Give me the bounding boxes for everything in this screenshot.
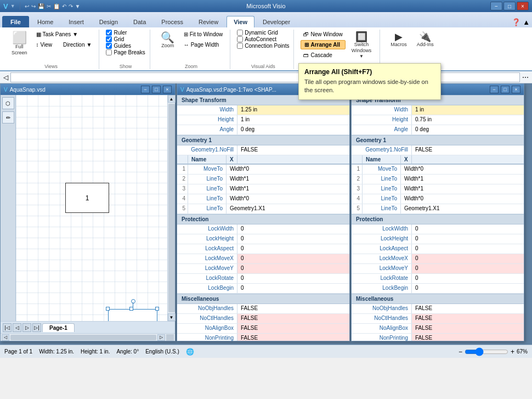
tab-nav-first[interactable]: |◁ (3, 323, 12, 332)
ss-left-width-value[interactable]: 1.25 in (237, 105, 349, 115)
taskpanes-button[interactable]: ▦ Task Panes ▼ (33, 30, 95, 39)
tab-process[interactable]: Process (154, 16, 190, 27)
scroll-down-button[interactable]: ▼ (168, 313, 176, 321)
pagebreaks-checkbox[interactable] (106, 49, 112, 55)
formula-input[interactable] (10, 72, 520, 82)
ss-right-nofill-value[interactable]: FALSE (412, 145, 524, 155)
handle-tl[interactable] (106, 307, 110, 311)
tab-insert[interactable]: Insert (61, 16, 91, 27)
tab-data[interactable]: Data (126, 16, 153, 27)
ss-left-x-3[interactable]: Width*1 (227, 184, 349, 194)
ss-right-maximize[interactable]: □ (501, 86, 510, 93)
scroll-thumb-v[interactable] (168, 104, 175, 312)
maximize-button[interactable]: □ (503, 2, 516, 10)
main-window-close[interactable]: × (163, 86, 172, 93)
ss-right-x-5[interactable]: Geometry1.X1 (401, 204, 524, 213)
ss-left-lockaspect-value[interactable]: 0 (237, 244, 349, 254)
shape-2[interactable]: 2 (108, 309, 157, 321)
ss-left-lockwidth-value[interactable]: 0 (237, 224, 349, 234)
formula-expand[interactable]: ⋯ (522, 74, 529, 81)
ss-left-x-4[interactable]: Width*0 (227, 194, 349, 204)
macros-button[interactable]: ▶ Macros (387, 30, 411, 49)
guides-checkbox[interactable] (106, 43, 112, 49)
tab-review[interactable]: Review (191, 16, 225, 27)
tab-nav-next[interactable]: ▷ (22, 323, 31, 332)
arrangeall-button[interactable]: ⊞ Arrange All (301, 40, 345, 49)
main-window-minimize[interactable]: − (141, 86, 150, 93)
ss-left-lockbegin-value[interactable]: 0 (237, 284, 349, 293)
drawing-tools-button[interactable]: ✏ (2, 111, 14, 123)
ss-left-noobjhandles-value[interactable]: FALSE (237, 304, 349, 313)
cascade-button[interactable]: 🗃 Cascade (301, 50, 345, 60)
ss-left-x-1[interactable]: Width*0 (227, 165, 349, 174)
fullscreen-button[interactable]: ⬜ FullScreen (8, 30, 31, 58)
drawing-canvas[interactable]: 1 2 (16, 95, 167, 321)
shape-1[interactable]: 1 (65, 183, 109, 213)
close-button[interactable]: × (517, 2, 529, 10)
ss-left-noalignbox-value[interactable]: FALSE (237, 324, 349, 333)
pagewidth-button[interactable]: ↔ Page Width (181, 40, 226, 49)
ss-right-x-1[interactable]: Width*0 (401, 165, 524, 174)
ss-right-lockaspect-value[interactable]: 0 (412, 244, 524, 254)
ss-right-lockwidth-value[interactable]: 0 (412, 224, 524, 234)
dynamicgrid-checkbox[interactable] (237, 30, 243, 36)
ss-left-noctlhandles-value[interactable]: FALSE (237, 314, 349, 323)
page-tab-1[interactable]: Page-1 (42, 323, 75, 332)
ss-left-height-value[interactable]: 1 in (237, 115, 349, 125)
ss-right-noobjhandles-value[interactable]: FALSE (412, 304, 524, 313)
ss-right-width-value[interactable]: 1 in (412, 105, 524, 115)
ss-right-x-4[interactable]: Width*0 (401, 194, 524, 204)
tab-design[interactable]: Design (92, 16, 125, 27)
ss-right-lockrotate-value[interactable]: 0 (412, 274, 524, 283)
rotation-handle[interactable] (131, 299, 135, 304)
zoom-in-button[interactable]: + (511, 348, 514, 356)
zoom-button[interactable]: 🔍 Zoom (157, 30, 179, 50)
addins-button[interactable]: 🔌 Add-Ins (413, 30, 438, 49)
ss-left-lockrotate-value[interactable]: 0 (237, 274, 349, 283)
shapes-panel-button[interactable]: ⬡ (2, 97, 14, 109)
ss-right-lockheight-value[interactable]: 0 (412, 234, 524, 244)
ruler-checkbox[interactable] (106, 30, 112, 36)
scroll-thumb-h[interactable] (10, 335, 156, 340)
ss-right-noctlhandles-value[interactable]: FALSE (412, 314, 524, 323)
ss-right-lockbegin-value[interactable]: 0 (412, 284, 524, 293)
newwindow-button[interactable]: 🗗 New Window (301, 30, 345, 39)
switchwindows-button[interactable]: 🔲 SwitchWindows ▼ (348, 30, 376, 61)
horizontal-scrollbar[interactable]: ◁ ▷ (1, 333, 175, 341)
ss-left-lockmovex-value[interactable]: 0 (237, 254, 349, 263)
tab-file[interactable]: File (2, 16, 29, 27)
vertical-scrollbar[interactable]: ▲ ▼ (167, 95, 175, 321)
ss-right-angle-value[interactable]: 0 deg (412, 125, 524, 134)
ss-right-lockmovex-value[interactable]: 0 (412, 254, 524, 263)
connectionpoints-checkbox[interactable] (237, 43, 243, 49)
ss-right-nonprinting-value[interactable]: FALSE (412, 334, 524, 341)
tab-home[interactable]: Home (30, 16, 60, 27)
viewdirection-button[interactable]: ↕ View Direction ▼ (33, 40, 95, 49)
ss-right-minimize[interactable]: − (490, 86, 499, 93)
nav-back[interactable]: ◁ (3, 74, 8, 81)
minimize-button[interactable]: − (490, 2, 502, 10)
ss-right-x-3[interactable]: Width*1 (401, 184, 524, 194)
ss-left-x-5[interactable]: Geometry1.X1 (227, 204, 349, 213)
ribbon-collapse-icon[interactable]: ▲ (523, 18, 530, 26)
ss-left-nofill-value[interactable]: FALSE (237, 145, 349, 155)
ss-right-x-2[interactable]: Width*1 (401, 175, 524, 184)
zoom-out-button[interactable]: − (459, 348, 462, 356)
ss-left-lockmovey-value[interactable]: 0 (237, 264, 349, 273)
help-icon[interactable]: ❓ (512, 18, 520, 26)
ss-right-height-value[interactable]: 0.75 in (412, 115, 524, 125)
main-window-maximize[interactable]: □ (152, 86, 161, 93)
ss-left-angle-value[interactable]: 0 deg (237, 125, 349, 134)
tab-nav-prev[interactable]: ◁ (13, 323, 21, 332)
fittowindow-button[interactable]: ⊞ Fit to Window (181, 30, 226, 39)
ss-right-close[interactable]: × (512, 86, 520, 93)
autoconnect-checkbox[interactable] (237, 36, 243, 42)
ss-right-noalignbox-value[interactable]: FALSE (412, 324, 524, 333)
scroll-right-button[interactable]: ▷ (157, 334, 165, 341)
ss-right-lockmovey-value[interactable]: 0 (412, 264, 524, 273)
ss-left-x-2[interactable]: Width*1 (227, 175, 349, 184)
tab-view[interactable]: View (227, 16, 254, 27)
tab-developer[interactable]: Developer (256, 16, 297, 27)
handle-tr[interactable] (155, 307, 159, 311)
ss-left-lockheight-value[interactable]: 0 (237, 234, 349, 244)
